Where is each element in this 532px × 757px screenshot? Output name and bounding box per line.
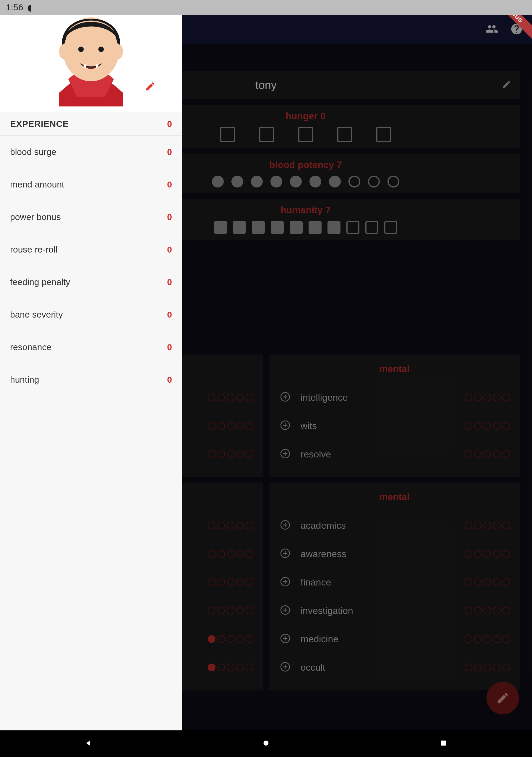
drawer-item-label: power bonus bbox=[10, 212, 61, 222]
android-status-bar: 1:56 ◖ bbox=[0, 0, 532, 15]
drawer-item[interactable]: blood surge0 bbox=[0, 136, 182, 168]
drawer-item-value: 0 bbox=[167, 342, 172, 352]
drawer-item[interactable]: mend amount0 bbox=[0, 168, 182, 201]
svg-point-19 bbox=[59, 45, 68, 59]
drawer-item-label: mend amount bbox=[10, 179, 64, 190]
svg-rect-26 bbox=[441, 741, 446, 746]
avatar bbox=[44, 6, 138, 106]
navigation-drawer[interactable]: EXPERIENCE 0 blood surge0mend amount0pow… bbox=[0, 0, 182, 742]
drawer-item-value: 0 bbox=[167, 212, 172, 222]
experience-label: EXPERIENCE bbox=[10, 119, 69, 129]
svg-point-22 bbox=[99, 47, 104, 52]
drawer-item-label: rouse re-roll bbox=[10, 245, 57, 255]
svg-point-25 bbox=[264, 741, 269, 746]
drawer-item-label: hunting bbox=[10, 375, 39, 385]
drawer-items-list: blood surge0mend amount0power bonus0rous… bbox=[0, 136, 182, 396]
drawer-item-label: resonance bbox=[10, 342, 51, 352]
drawer-item[interactable]: feeding penalty0 bbox=[0, 266, 182, 298]
drawer-item-value: 0 bbox=[167, 375, 172, 385]
edit-avatar-icon[interactable] bbox=[145, 81, 156, 92]
drawer-item-label: blood surge bbox=[10, 147, 56, 157]
status-time: 1:56 bbox=[6, 2, 23, 13]
drawer-item-value: 0 bbox=[167, 277, 172, 287]
android-nav-bar bbox=[0, 730, 532, 757]
drawer-item[interactable]: resonance0 bbox=[0, 331, 182, 363]
drawer-item[interactable]: bane severity0 bbox=[0, 298, 182, 331]
drawer-item-value: 0 bbox=[167, 310, 172, 320]
drawer-item-value: 0 bbox=[167, 179, 172, 190]
drawer-item-label: feeding penalty bbox=[10, 277, 70, 287]
recents-button[interactable] bbox=[438, 738, 448, 749]
drawer-item-label: bane severity bbox=[10, 310, 63, 320]
experience-value: 0 bbox=[167, 119, 172, 129]
drawer-header bbox=[0, 0, 182, 112]
drawer-item[interactable]: rouse re-roll0 bbox=[0, 233, 182, 266]
drawer-item[interactable]: power bonus0 bbox=[0, 201, 182, 233]
status-icon: ◖ bbox=[27, 2, 32, 13]
drawer-item-value: 0 bbox=[167, 245, 172, 255]
back-button[interactable] bbox=[84, 738, 94, 749]
home-button[interactable] bbox=[261, 738, 271, 749]
svg-point-20 bbox=[114, 45, 123, 59]
drawer-item-value: 0 bbox=[167, 147, 172, 157]
drawer-item[interactable]: hunting0 bbox=[0, 363, 182, 396]
experience-header[interactable]: EXPERIENCE 0 bbox=[0, 112, 182, 136]
svg-point-21 bbox=[78, 47, 84, 52]
